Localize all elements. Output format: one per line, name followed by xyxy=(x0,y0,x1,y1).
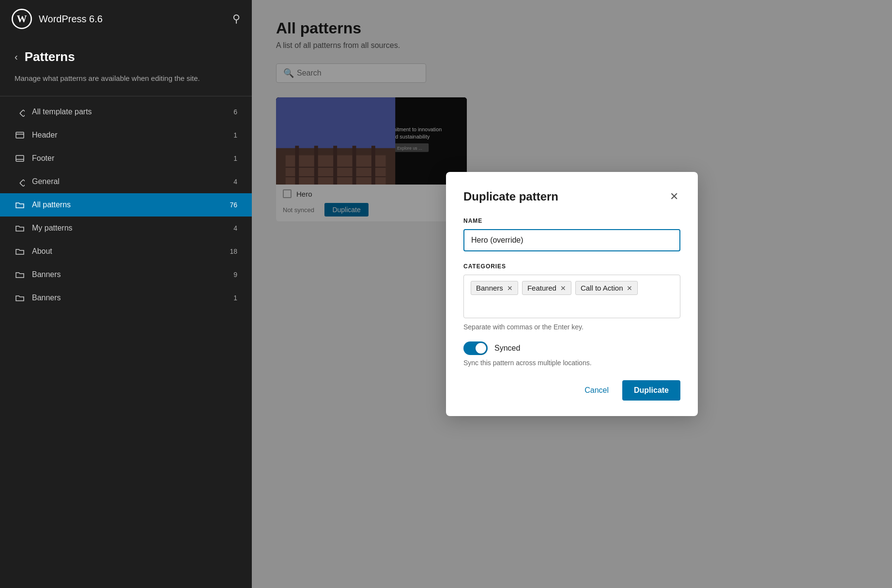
categories-box[interactable]: Banners ✕ Featured ✕ Call to Action ✕ xyxy=(463,275,680,318)
name-label: NAME xyxy=(463,217,680,224)
sidebar-item-about-label: About xyxy=(32,247,223,256)
sidebar-item-general-count: 4 xyxy=(233,178,237,186)
sidebar-item-header[interactable]: Header 1 xyxy=(0,124,252,147)
header-icon xyxy=(15,130,25,140)
category-tag-featured-label: Featured xyxy=(527,284,556,292)
wordpress-logo: W xyxy=(12,9,32,29)
sidebar-header: W WordPress 6.6 ⚲ xyxy=(0,0,252,38)
app-name: WordPress 6.6 xyxy=(39,14,103,25)
duplicate-button[interactable]: Duplicate xyxy=(622,380,680,401)
about-folder-icon xyxy=(15,246,25,257)
category-tag-featured: Featured ✕ xyxy=(522,281,571,295)
sidebar-item-about[interactable]: About 18 xyxy=(0,240,252,263)
sidebar-description: Manage what patterns are available when … xyxy=(0,69,252,96)
sidebar-item-header-count: 1 xyxy=(233,131,237,139)
category-tag-featured-remove[interactable]: ✕ xyxy=(560,285,566,292)
sidebar-item-general-label: General xyxy=(32,177,227,186)
svg-rect-2 xyxy=(20,109,25,116)
sidebar-item-header-label: Header xyxy=(32,131,227,139)
category-tag-cta: Call to Action ✕ xyxy=(575,281,638,295)
svg-rect-5 xyxy=(16,155,24,161)
general-diamond-icon xyxy=(15,176,25,187)
synced-description: Sync this pattern across multiple locati… xyxy=(463,359,680,367)
banners2-folder-icon xyxy=(15,293,25,303)
toggle-knob xyxy=(476,343,486,354)
category-tag-banners: Banners ✕ xyxy=(471,281,518,295)
all-patterns-folder-icon xyxy=(15,200,25,210)
category-tag-cta-label: Call to Action xyxy=(581,284,623,292)
synced-label: Synced xyxy=(494,344,520,353)
cancel-button[interactable]: Cancel xyxy=(577,381,616,400)
back-arrow-icon[interactable]: ‹ xyxy=(15,51,18,62)
sidebar-item-general[interactable]: General 4 xyxy=(0,170,252,193)
modal-footer: Cancel Duplicate xyxy=(463,380,680,401)
diamond-icon xyxy=(15,107,25,117)
sidebar-item-all-template-parts-label: All template parts xyxy=(32,108,227,116)
my-patterns-folder-icon xyxy=(15,223,25,233)
sidebar-item-banners2-count: 1 xyxy=(233,294,237,302)
sidebar-item-banners2[interactable]: Banners 1 xyxy=(0,286,252,309)
sidebar-item-banners-label: Banners xyxy=(32,270,227,279)
modal-header: Duplicate pattern ✕ xyxy=(463,189,680,204)
synced-toggle[interactable] xyxy=(463,341,488,355)
sidebar: W WordPress 6.6 ⚲ ‹ Patterns Manage what… xyxy=(0,0,252,588)
modal-close-button[interactable]: ✕ xyxy=(668,189,680,204)
sidebar-item-banners-count: 9 xyxy=(233,271,237,279)
categories-label: CATEGORIES xyxy=(463,263,680,270)
sidebar-item-my-patterns-label: My patterns xyxy=(32,224,227,232)
sidebar-item-all-template-parts[interactable]: All template parts 6 xyxy=(0,100,252,124)
duplicate-pattern-modal: Duplicate pattern ✕ NAME CATEGORIES Bann… xyxy=(446,172,698,416)
modal-title: Duplicate pattern xyxy=(463,190,558,203)
sidebar-item-all-patterns-label: All patterns xyxy=(32,201,223,209)
sidebar-nav-header: ‹ Patterns xyxy=(0,38,252,69)
sidebar-item-banners2-label: Banners xyxy=(32,294,227,302)
modal-overlay: Duplicate pattern ✕ NAME CATEGORIES Bann… xyxy=(252,0,892,588)
svg-rect-7 xyxy=(20,179,25,186)
sidebar-item-footer-label: Footer xyxy=(32,154,227,163)
sidebar-item-all-patterns-count: 76 xyxy=(230,201,237,209)
sidebar-title: Patterns xyxy=(25,49,75,64)
banners-folder-icon xyxy=(15,269,25,280)
sidebar-divider xyxy=(0,96,252,96)
category-tag-cta-remove[interactable]: ✕ xyxy=(627,285,632,292)
sidebar-item-my-patterns[interactable]: My patterns 4 xyxy=(0,217,252,240)
sidebar-item-footer[interactable]: Footer 1 xyxy=(0,147,252,170)
name-input[interactable] xyxy=(463,229,680,251)
header-search-icon[interactable]: ⚲ xyxy=(232,13,240,25)
sidebar-item-about-count: 18 xyxy=(230,248,237,255)
sidebar-item-footer-count: 1 xyxy=(233,155,237,162)
sidebar-item-my-patterns-count: 4 xyxy=(233,224,237,232)
sidebar-item-all-patterns[interactable]: All patterns 76 xyxy=(0,193,252,217)
categories-hint: Separate with commas or the Enter key. xyxy=(463,323,680,331)
sidebar-item-banners[interactable]: Banners 9 xyxy=(0,263,252,286)
svg-text:W: W xyxy=(17,13,27,25)
main-content: All patterns A list of all patterns from… xyxy=(252,0,892,588)
synced-row: Synced xyxy=(463,341,680,355)
category-tag-banners-remove[interactable]: ✕ xyxy=(507,285,513,292)
svg-rect-3 xyxy=(16,132,24,138)
footer-icon xyxy=(15,153,25,164)
sidebar-item-all-template-parts-count: 6 xyxy=(233,108,237,116)
category-tag-banners-label: Banners xyxy=(476,284,503,292)
